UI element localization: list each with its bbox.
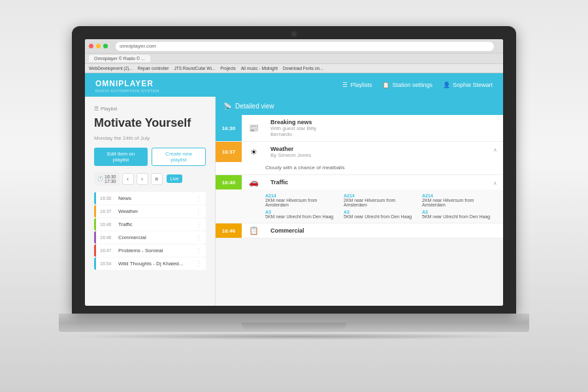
bookmark-2[interactable]: Repair controller	[138, 66, 169, 71]
app-content: OMNIPLAYER RADIO AUTOMATION SYSTEM ☰ Pla…	[85, 73, 503, 306]
traffic-content: Traffic	[265, 175, 487, 189]
bookmark-3[interactable]: JTS RoundCube Wi...	[174, 66, 215, 71]
next-button[interactable]: ›	[137, 173, 148, 185]
traffic-grid: A214 2KM near Hilversum from Amsterdam A…	[216, 189, 503, 223]
weather-collapse-button[interactable]: ∧	[487, 142, 503, 162]
traffic-card: A214 2KM near Hilversum from Amsterdam	[265, 193, 341, 207]
bookmark-5[interactable]: All music - Midnight	[241, 66, 278, 71]
browser-tabs: Omniplayer © Radio © ...	[85, 54, 503, 64]
commercial-icon-col: 📋	[242, 223, 265, 238]
traffic-road-2: A214	[344, 193, 419, 198]
list-item[interactable]: 16:37 Weather ⋮	[94, 205, 206, 218]
detail-header: 📡 Detailed view	[216, 97, 503, 115]
nav-playlists[interactable]: ☰ Playlists	[342, 82, 372, 88]
station-settings-label: Station settings	[392, 82, 433, 88]
list-item[interactable]: 16:47 Problems - Sonreal ⋮	[94, 244, 206, 257]
laptop-base	[59, 314, 529, 332]
detail-items: 16:30 📰 Breaking news With guest star Bi…	[216, 115, 503, 306]
nav-station-settings[interactable]: 📋 Station settings	[382, 82, 433, 88]
station-icon: 📋	[382, 82, 389, 88]
live-button[interactable]: Live	[167, 174, 183, 183]
laptop-frame: omniplayer.com Omniplayer © Radio © ... …	[59, 26, 529, 366]
close-dot[interactable]	[89, 44, 93, 48]
bookmark-4[interactable]: Projects	[220, 66, 235, 71]
traffic-card: A214 2KM near Hilversum from Amsterdam	[344, 193, 419, 207]
left-panel: ☰ Playlist Motivate Yourself Monday the …	[85, 97, 216, 306]
traffic-desc-1: 2KM near Hilversum from Amsterdam	[265, 198, 341, 207]
traffic-card: A3 5KM near Utrecht from Den Haag	[422, 210, 498, 219]
time-display: 🕐 16:30 17:30	[94, 172, 120, 186]
more-icon: ⋮	[195, 234, 202, 241]
list-view-button[interactable]: ≡	[151, 173, 163, 185]
item-title: Commercial	[118, 235, 195, 240]
item-title: Problems - Sonreal	[118, 248, 195, 253]
traffic-road-3: A214	[422, 193, 498, 198]
playlist-items: 16:30 News ⋮ 16:37 Weather ⋮ 16:40	[94, 192, 206, 270]
playlist-breadcrumb: ☰ Playlist	[94, 106, 206, 112]
more-icon: ⋮	[195, 247, 202, 254]
list-item[interactable]: 16:46 Commercial ⋮	[94, 231, 206, 244]
edit-playlist-button[interactable]: Edit item on playlist	[94, 148, 148, 166]
detail-view-icon: 📡	[223, 103, 231, 110]
right-panel: 📡 Detailed view 16:30 📰	[216, 97, 503, 306]
item-time: 16:40	[100, 222, 116, 227]
minimize-dot[interactable]	[96, 44, 101, 48]
logo-subtitle: RADIO AUTOMATION SYSTEM	[95, 89, 159, 93]
item-time: 16:37	[100, 209, 116, 214]
weather-content: Weather By Simeon Jones	[265, 142, 487, 162]
more-icon: ⋮	[195, 208, 202, 215]
traffic-desc-5: 5KM near Utrecht from Den Haag	[344, 214, 419, 219]
nav-user[interactable]: 👤 Sophie Stewart	[443, 82, 493, 88]
more-icon: ⋮	[195, 221, 202, 228]
weather-icon: ☀	[250, 148, 257, 157]
commercial-content: Commercial	[265, 223, 503, 238]
traffic-desc-2: 2KM near Hilversum from Amsterdam	[344, 198, 419, 207]
navigation-bar: OMNIPLAYER RADIO AUTOMATION SYSTEM ☰ Pla…	[85, 73, 503, 97]
weather-time: 16:37	[216, 142, 242, 162]
traffic-desc-3: 2KM near Hilversum from Amsterdam	[422, 198, 498, 207]
traffic-icon: 🚗	[249, 178, 259, 187]
time-range: 16:30 17:30	[105, 174, 116, 184]
list-item[interactable]: 16:30 News ⋮	[94, 192, 206, 204]
weather-icon-col: ☀	[242, 142, 265, 162]
user-icon: 👤	[443, 82, 450, 88]
news-title: Breaking news	[270, 119, 498, 125]
active-tab[interactable]: Omniplayer © Radio © ...	[89, 55, 150, 62]
traffic-header: 16:40 🚗 Traffic ∧	[216, 175, 503, 189]
browser-bar: omniplayer.com	[85, 39, 503, 54]
more-icon: ⋮	[195, 260, 202, 267]
weather-header: 16:37 ☀ Weather By Simeon Jones	[216, 142, 503, 162]
item-title: Traffic	[118, 221, 195, 227]
traffic-card: A3 5KM near Utrecht from Den Haag	[265, 210, 341, 219]
playlists-label: Playlists	[350, 82, 372, 88]
nav-items: ☰ Playlists 📋 Station settings 👤 Sophie …	[342, 82, 493, 88]
detail-item-news: 16:30 📰 Breaking news With guest star Bi…	[216, 115, 503, 142]
commercial-title: Commercial	[270, 227, 498, 234]
traffic-desc-4: 5KM near Utrecht from Den Haag	[265, 214, 341, 219]
list-item[interactable]: 16:40 Traffic ⋮	[94, 218, 206, 231]
prev-button[interactable]: ‹	[122, 173, 134, 185]
logo-text: OMNIPLAYER	[95, 79, 154, 88]
traffic-collapse-button[interactable]: ∧	[487, 175, 503, 189]
weather-description: Cloudy with a chance of meatballs	[216, 162, 503, 174]
traffic-road-4: A3	[265, 210, 341, 214]
bookmark-6[interactable]: Download Fonts on...	[283, 66, 323, 71]
list-item[interactable]: 16:54 Wild Thoughts - Dj Khaled... ⋮	[94, 257, 206, 270]
logo: OMNIPLAYER RADIO AUTOMATION SYSTEM	[95, 77, 159, 93]
traffic-time: 16:40	[216, 175, 242, 189]
bookmark-1[interactable]: WebDevelopment (2)...	[89, 66, 133, 71]
news-person: Bernardo	[270, 131, 498, 137]
screen-content: omniplayer.com Omniplayer © Radio © ... …	[85, 39, 503, 306]
create-playlist-button[interactable]: Create new playlist	[152, 148, 206, 166]
playlist-date: Monday the 24th of July	[94, 135, 206, 141]
screen-bezel: omniplayer.com Omniplayer © Radio © ... …	[72, 26, 516, 314]
news-subtitle: With guest star Billy	[270, 125, 498, 131]
maximize-dot[interactable]	[103, 44, 108, 48]
clock-icon: 🕐	[97, 176, 103, 182]
traffic-card: A214 2KM near Hilversum from Amsterdam	[422, 193, 498, 207]
url-bar[interactable]: omniplayer.com	[116, 42, 494, 51]
playlist-icon: ☰	[94, 106, 99, 112]
weather-subtitle: By Simeon Jones	[270, 152, 482, 158]
item-time: 16:46	[100, 235, 116, 240]
traffic-card: A3 5KM near Utrecht from Den Haag	[344, 210, 419, 219]
